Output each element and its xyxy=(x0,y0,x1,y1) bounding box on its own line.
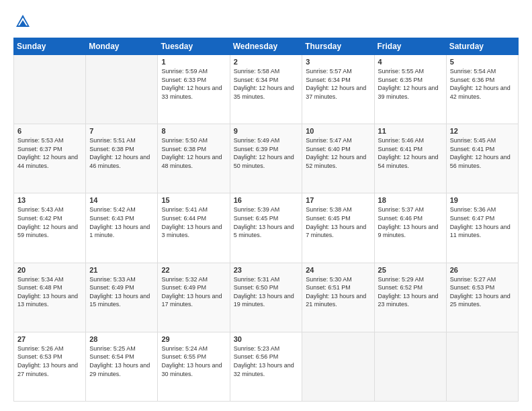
day-info: Sunrise: 5:23 AM Sunset: 6:56 PM Dayligh… xyxy=(234,345,299,378)
day-info: Sunrise: 5:29 AM Sunset: 6:52 PM Dayligh… xyxy=(378,275,443,309)
day-info: Sunrise: 5:38 AM Sunset: 6:45 PM Dayligh… xyxy=(306,205,370,239)
day-info: Sunrise: 5:46 AM Sunset: 6:41 PM Dayligh… xyxy=(378,136,443,170)
day-info: Sunrise: 5:30 AM Sunset: 6:51 PM Dayligh… xyxy=(306,275,370,309)
day-number: 29 xyxy=(161,335,226,343)
day-number: 25 xyxy=(378,266,443,274)
day-number: 30 xyxy=(234,335,299,343)
day-info: Sunrise: 5:32 AM Sunset: 6:49 PM Dayligh… xyxy=(161,275,226,309)
calendar-cell: 24Sunrise: 5:30 AM Sunset: 6:51 PM Dayli… xyxy=(302,263,374,332)
day-number: 22 xyxy=(161,266,226,274)
day-number: 8 xyxy=(161,127,226,135)
calendar-cell: 15Sunrise: 5:41 AM Sunset: 6:44 PM Dayli… xyxy=(158,193,230,263)
day-number: 1 xyxy=(161,58,226,66)
day-info: Sunrise: 5:49 AM Sunset: 6:39 PM Dayligh… xyxy=(234,136,299,170)
calendar-cell: 3Sunrise: 5:57 AM Sunset: 6:34 PM Daylig… xyxy=(302,55,374,124)
day-number: 2 xyxy=(234,58,299,66)
calendar-cell: 27Sunrise: 5:26 AM Sunset: 6:53 PM Dayli… xyxy=(14,332,86,401)
day-number: 7 xyxy=(89,127,154,135)
weekday-tuesday: Tuesday xyxy=(158,38,230,55)
day-number: 11 xyxy=(378,127,443,135)
calendar-cell xyxy=(302,332,374,401)
weekday-friday: Friday xyxy=(374,38,446,55)
day-number: 12 xyxy=(450,127,515,135)
week-row-0: 1Sunrise: 5:59 AM Sunset: 6:33 PM Daylig… xyxy=(14,55,519,124)
day-number: 14 xyxy=(89,196,154,204)
day-number: 20 xyxy=(17,266,82,274)
day-number: 24 xyxy=(306,266,370,274)
day-number: 23 xyxy=(234,266,299,274)
weekday-sunday: Sunday xyxy=(14,38,86,55)
day-info: Sunrise: 5:54 AM Sunset: 6:36 PM Dayligh… xyxy=(450,67,515,101)
calendar-cell: 4Sunrise: 5:55 AM Sunset: 6:35 PM Daylig… xyxy=(374,55,446,124)
day-number: 16 xyxy=(234,196,299,204)
day-number: 10 xyxy=(306,127,370,135)
calendar-cell: 20Sunrise: 5:34 AM Sunset: 6:48 PM Dayli… xyxy=(14,263,86,332)
day-number: 3 xyxy=(306,58,370,66)
calendar-cell xyxy=(374,332,446,401)
day-info: Sunrise: 5:34 AM Sunset: 6:48 PM Dayligh… xyxy=(17,275,82,309)
day-info: Sunrise: 5:53 AM Sunset: 6:37 PM Dayligh… xyxy=(17,136,82,170)
calendar-cell: 5Sunrise: 5:54 AM Sunset: 6:36 PM Daylig… xyxy=(446,55,518,124)
calendar-cell: 11Sunrise: 5:46 AM Sunset: 6:41 PM Dayli… xyxy=(374,124,446,193)
day-number: 28 xyxy=(89,335,154,343)
weekday-saturday: Saturday xyxy=(446,38,518,55)
day-info: Sunrise: 5:24 AM Sunset: 6:55 PM Dayligh… xyxy=(161,345,226,378)
week-row-3: 20Sunrise: 5:34 AM Sunset: 6:48 PM Dayli… xyxy=(14,263,519,332)
calendar-cell: 25Sunrise: 5:29 AM Sunset: 6:52 PM Dayli… xyxy=(374,263,446,332)
day-info: Sunrise: 5:42 AM Sunset: 6:43 PM Dayligh… xyxy=(89,205,154,239)
calendar-cell: 22Sunrise: 5:32 AM Sunset: 6:49 PM Dayli… xyxy=(158,263,230,332)
calendar-cell: 6Sunrise: 5:53 AM Sunset: 6:37 PM Daylig… xyxy=(14,124,86,193)
day-number: 17 xyxy=(306,196,370,204)
weekday-thursday: Thursday xyxy=(302,38,374,55)
calendar-cell: 23Sunrise: 5:31 AM Sunset: 6:50 PM Dayli… xyxy=(230,263,302,332)
calendar-cell: 9Sunrise: 5:49 AM Sunset: 6:39 PM Daylig… xyxy=(230,124,302,193)
day-number: 15 xyxy=(161,196,226,204)
logo xyxy=(13,12,35,31)
day-info: Sunrise: 5:45 AM Sunset: 6:41 PM Dayligh… xyxy=(450,136,515,170)
day-info: Sunrise: 5:58 AM Sunset: 6:34 PM Dayligh… xyxy=(234,67,299,101)
weekday-header-row: SundayMondayTuesdayWednesdayThursdayFrid… xyxy=(14,38,519,55)
day-info: Sunrise: 5:27 AM Sunset: 6:53 PM Dayligh… xyxy=(450,275,515,309)
day-info: Sunrise: 5:31 AM Sunset: 6:50 PM Dayligh… xyxy=(234,275,299,309)
calendar-cell xyxy=(446,332,518,401)
day-info: Sunrise: 5:37 AM Sunset: 6:46 PM Dayligh… xyxy=(378,205,443,239)
day-info: Sunrise: 5:51 AM Sunset: 6:38 PM Dayligh… xyxy=(89,136,154,170)
day-number: 4 xyxy=(378,58,443,66)
calendar-cell: 30Sunrise: 5:23 AM Sunset: 6:56 PM Dayli… xyxy=(230,332,302,401)
day-info: Sunrise: 5:50 AM Sunset: 6:38 PM Dayligh… xyxy=(161,136,226,170)
calendar-cell: 7Sunrise: 5:51 AM Sunset: 6:38 PM Daylig… xyxy=(86,124,158,193)
page: SundayMondayTuesdayWednesdayThursdayFrid… xyxy=(0,0,532,411)
weekday-wednesday: Wednesday xyxy=(230,38,302,55)
day-number: 19 xyxy=(450,196,515,204)
calendar-cell: 8Sunrise: 5:50 AM Sunset: 6:38 PM Daylig… xyxy=(158,124,230,193)
day-info: Sunrise: 5:43 AM Sunset: 6:42 PM Dayligh… xyxy=(17,205,82,239)
day-number: 13 xyxy=(17,196,82,204)
calendar-cell xyxy=(86,55,158,124)
calendar-cell: 10Sunrise: 5:47 AM Sunset: 6:40 PM Dayli… xyxy=(302,124,374,193)
day-info: Sunrise: 5:26 AM Sunset: 6:53 PM Dayligh… xyxy=(17,345,82,378)
calendar-cell: 18Sunrise: 5:37 AM Sunset: 6:46 PM Dayli… xyxy=(374,193,446,263)
day-info: Sunrise: 5:36 AM Sunset: 6:47 PM Dayligh… xyxy=(450,205,515,239)
day-number: 9 xyxy=(234,127,299,135)
day-number: 6 xyxy=(17,127,82,135)
day-number: 26 xyxy=(450,266,515,274)
day-info: Sunrise: 5:41 AM Sunset: 6:44 PM Dayligh… xyxy=(161,205,226,239)
day-info: Sunrise: 5:59 AM Sunset: 6:33 PM Dayligh… xyxy=(161,67,226,101)
calendar-cell xyxy=(14,55,86,124)
calendar-cell: 2Sunrise: 5:58 AM Sunset: 6:34 PM Daylig… xyxy=(230,55,302,124)
day-info: Sunrise: 5:55 AM Sunset: 6:35 PM Dayligh… xyxy=(378,67,443,101)
calendar-cell: 29Sunrise: 5:24 AM Sunset: 6:55 PM Dayli… xyxy=(158,332,230,401)
week-row-1: 6Sunrise: 5:53 AM Sunset: 6:37 PM Daylig… xyxy=(14,124,519,193)
weekday-monday: Monday xyxy=(86,38,158,55)
calendar-table: SundayMondayTuesdayWednesdayThursdayFrid… xyxy=(13,38,519,402)
day-info: Sunrise: 5:57 AM Sunset: 6:34 PM Dayligh… xyxy=(306,67,370,101)
calendar-cell: 26Sunrise: 5:27 AM Sunset: 6:53 PM Dayli… xyxy=(446,263,518,332)
day-number: 27 xyxy=(17,335,82,343)
week-row-2: 13Sunrise: 5:43 AM Sunset: 6:42 PM Dayli… xyxy=(14,193,519,263)
logo-icon xyxy=(13,12,32,31)
day-info: Sunrise: 5:47 AM Sunset: 6:40 PM Dayligh… xyxy=(306,136,370,170)
calendar-cell: 16Sunrise: 5:39 AM Sunset: 6:45 PM Dayli… xyxy=(230,193,302,263)
day-info: Sunrise: 5:25 AM Sunset: 6:54 PM Dayligh… xyxy=(89,345,154,378)
calendar-cell: 28Sunrise: 5:25 AM Sunset: 6:54 PM Dayli… xyxy=(86,332,158,401)
day-number: 21 xyxy=(89,266,154,274)
